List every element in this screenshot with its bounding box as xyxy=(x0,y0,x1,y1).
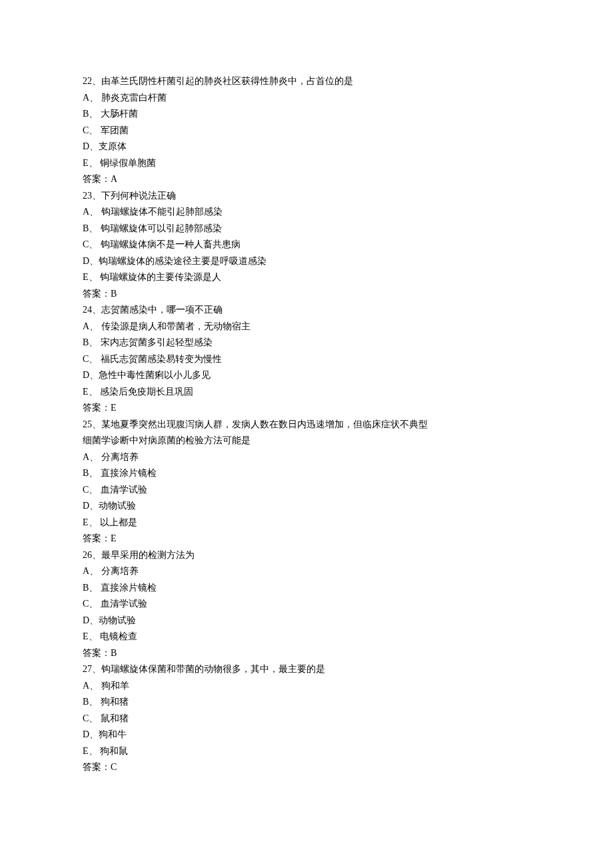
answer-value: B xyxy=(111,648,117,658)
option-text: 狗和牛 xyxy=(99,729,127,739)
option-text: 电镜检查 xyxy=(100,631,137,641)
answer-label: 答案： xyxy=(83,648,111,658)
option-label: B、 xyxy=(83,109,101,119)
option-label: C、 xyxy=(83,354,101,364)
option-text: 钩瑞螺旋体的感染途径主要是呼吸道感染 xyxy=(99,256,267,266)
option-text: 急性中毒性菌痢以小儿多见 xyxy=(99,370,211,380)
option-label: D、 xyxy=(83,141,99,151)
option-label: B、 xyxy=(83,697,101,707)
option-text: 狗和鼠 xyxy=(100,746,128,756)
option-c: C、 鼠和猪 xyxy=(83,711,530,727)
option-label: D、 xyxy=(83,729,99,739)
option-b: B、 直接涂片镜检 xyxy=(83,465,530,482)
option-d: D、支原体 xyxy=(83,139,530,155)
option-a: A、 分离培养 xyxy=(83,563,530,580)
option-d: D、狗和牛 xyxy=(83,727,530,743)
option-label: E、 xyxy=(83,387,100,397)
option-a: A、 肺炎克雷白杆菌 xyxy=(83,90,530,107)
question-stem: 26、最早采用的检测方法为 xyxy=(83,547,530,564)
question-number: 27、 xyxy=(83,664,101,674)
option-b: B、 大肠杆菌 xyxy=(83,106,530,123)
answer-line: 答案：E xyxy=(83,531,530,547)
answer-label: 答案： xyxy=(83,533,111,543)
option-text: 分离培养 xyxy=(101,452,139,462)
question-number: 22、 xyxy=(83,76,101,86)
question-number: 23、 xyxy=(83,191,101,201)
option-text: 铜绿假单胞菌 xyxy=(100,158,156,168)
option-text: 感染后免疫期长且巩固 xyxy=(100,387,193,397)
answer-line: 答案：E xyxy=(83,400,530,417)
option-label: A、 xyxy=(83,207,101,217)
option-label: D、 xyxy=(83,256,99,266)
option-c: C、 福氏志贺菌感染易转变为慢性 xyxy=(83,351,530,368)
question-text-content: 由革兰氏阴性杆菌引起的肺炎社区获得性肺炎中，占首位的是 xyxy=(101,76,353,86)
option-e: E、 电镜检查 xyxy=(83,629,530,645)
question-number: 25、 xyxy=(83,419,101,429)
option-d: D、动物试验 xyxy=(83,498,530,515)
option-c: C、 血清学试验 xyxy=(83,482,530,499)
option-b: B、 直接涂片镜检 xyxy=(83,580,530,597)
question-text-content: 最早采用的检测方法为 xyxy=(101,550,195,560)
option-text: 狗和猪 xyxy=(101,697,129,707)
option-a: A、 分离培养 xyxy=(83,449,530,466)
option-e: E、 以上都是 xyxy=(83,515,530,531)
answer-line: 答案：B xyxy=(83,286,530,303)
question-number: 24、 xyxy=(83,305,101,315)
option-text: 传染源是病人和带菌者，无动物宿主 xyxy=(101,321,251,331)
question-block: 24、志贺菌感染中，哪一项不正确 A、 传染源是病人和带菌者，无动物宿主 B、 … xyxy=(83,302,530,417)
option-d: D、钩瑞螺旋体的感染途径主要是呼吸道感染 xyxy=(83,253,530,270)
option-e: E、 感染后免疫期长且巩固 xyxy=(83,384,530,401)
option-c: C、 钩瑞螺旋体病不是一种人畜共患病 xyxy=(83,237,530,253)
option-label: C、 xyxy=(83,125,101,135)
option-text: 支原体 xyxy=(99,141,127,151)
answer-value: E xyxy=(111,533,117,543)
answer-value: E xyxy=(111,403,117,413)
question-stem: 27、钩瑞螺旋体保菌和带菌的动物很多，其中，最主要的是 xyxy=(83,661,530,678)
question-text-content: 下列何种说法正确 xyxy=(101,191,176,201)
question-text-content: 钩瑞螺旋体保菌和带菌的动物很多，其中，最主要的是 xyxy=(101,664,325,674)
option-e: E、 钩瑞螺旋体的主要传染源是人 xyxy=(83,269,530,286)
option-text: 动物试验 xyxy=(99,615,136,625)
option-label: B、 xyxy=(83,583,101,593)
option-text: 分离培养 xyxy=(101,566,139,576)
option-b: B、 狗和猪 xyxy=(83,694,530,711)
option-text: 血清学试验 xyxy=(101,485,147,495)
answer-line: 答案：A xyxy=(83,171,530,188)
option-text: 军团菌 xyxy=(101,125,129,135)
question-stem-line2: 细菌学诊断中对病原菌的检验方法可能是 xyxy=(83,433,530,449)
option-text: 钩瑞螺旋体可以引起肺部感染 xyxy=(101,223,222,233)
option-d: D、动物试验 xyxy=(83,613,530,629)
option-a: A、 狗和羊 xyxy=(83,678,530,695)
option-d: D、急性中毒性菌痢以小儿多见 xyxy=(83,367,530,384)
question-block: 22、由革兰氏阴性杆菌引起的肺炎社区获得性肺炎中，占首位的是 A、 肺炎克雷白杆… xyxy=(83,73,530,188)
question-stem: 23、下列何种说法正确 xyxy=(83,188,530,205)
option-text: 动物试验 xyxy=(99,501,136,511)
option-label: A、 xyxy=(83,321,101,331)
option-b: B、 宋内志贺菌多引起轻型感染 xyxy=(83,335,530,351)
answer-label: 答案： xyxy=(83,174,111,184)
option-label: A、 xyxy=(83,452,101,462)
option-label: D、 xyxy=(83,501,99,511)
option-label: E、 xyxy=(83,746,100,756)
question-text-content: 某地夏季突然出现腹泻病人群，发病人数在数日内迅速增加，但临床症状不典型 xyxy=(101,419,428,429)
question-stem: 25、某地夏季突然出现腹泻病人群，发病人数在数日内迅速增加，但临床症状不典型 xyxy=(83,417,530,433)
answer-label: 答案： xyxy=(83,403,111,413)
answer-value: A xyxy=(111,174,117,184)
option-label: D、 xyxy=(83,370,99,380)
option-b: B、 钩瑞螺旋体可以引起肺部感染 xyxy=(83,221,530,237)
option-label: D、 xyxy=(83,615,99,625)
option-text: 鼠和猪 xyxy=(101,713,129,723)
answer-value: B xyxy=(111,289,117,299)
option-text: 福氏志贺菌感染易转变为慢性 xyxy=(101,354,222,364)
option-label: E、 xyxy=(83,158,100,168)
option-text: 钩瑞螺旋体病不是一种人畜共患病 xyxy=(101,239,241,249)
option-text: 以上都是 xyxy=(100,517,137,527)
answer-value: C xyxy=(111,762,117,772)
question-block: 26、最早采用的检测方法为 A、 分离培养 B、 直接涂片镜检 C、 血清学试验… xyxy=(83,547,530,662)
question-block: 23、下列何种说法正确 A、 钩瑞螺旋体不能引起肺部感染 B、 钩瑞螺旋体可以引… xyxy=(83,188,530,303)
option-label: A、 xyxy=(83,681,101,691)
question-stem: 22、由革兰氏阴性杆菌引起的肺炎社区获得性肺炎中，占首位的是 xyxy=(83,73,530,90)
answer-line: 答案：B xyxy=(83,645,530,662)
option-e: E、 狗和鼠 xyxy=(83,743,530,760)
answer-line: 答案：C xyxy=(83,759,530,776)
